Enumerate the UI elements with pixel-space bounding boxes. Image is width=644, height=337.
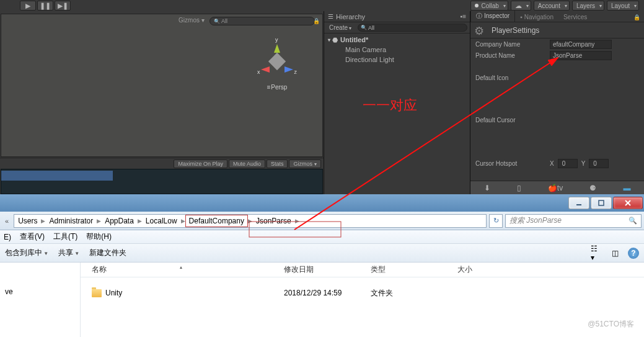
hierarchy-tab[interactable]: ☰ Hierarchy ▪≡ xyxy=(324,11,470,22)
menu-help[interactable]: 帮助(H) xyxy=(86,231,112,242)
crumb-appdata[interactable]: AppData xyxy=(101,215,138,227)
unity-editor: ▶ ❚❚ ▶❚ Collab ☁ Account Layers Layout G… xyxy=(0,0,644,194)
step-button[interactable]: ▶❚ xyxy=(55,1,71,11)
explorer-titlebar[interactable] xyxy=(0,194,644,212)
inspector-lock-icon[interactable]: 🔒 xyxy=(630,13,644,22)
scene-viewport[interactable]: Gizmos All 🔒 y x z ≡ Persp xyxy=(1,14,323,157)
col-name[interactable]: 名称▴ xyxy=(81,264,279,275)
gizmos-dropdown[interactable]: Gizmos xyxy=(179,17,205,24)
col-size[interactable]: 大小 xyxy=(452,264,514,275)
folder-icon xyxy=(92,289,102,297)
layers-dropdown[interactable]: Layers xyxy=(572,1,604,11)
hotspot-y-field[interactable]: 0 xyxy=(589,159,609,168)
company-name-row: Company Name efaultCompany xyxy=(470,38,644,50)
phone-icon[interactable]: ▯ xyxy=(517,184,521,192)
cursor-hotspot-label: Cursor Hotspot xyxy=(475,160,550,167)
cloud-button[interactable]: ☁ xyxy=(511,1,531,11)
scene-root[interactable]: ⬣Untitled* xyxy=(324,35,470,45)
file-row[interactable]: Unity 2018/12/29 14:59 文件夹 xyxy=(81,286,644,300)
tab-navigation[interactable]: ▪Navigation xyxy=(515,12,558,22)
scene-search[interactable]: All xyxy=(210,17,315,25)
crumb-locallow[interactable]: LocalLow xyxy=(142,215,181,227)
account-dropdown[interactable]: Account xyxy=(534,1,570,11)
breadcrumb[interactable]: Users▶ Administrator▶ AppData▶ LocalLow▶… xyxy=(14,214,487,228)
product-name-field[interactable]: JsonParse xyxy=(550,51,612,60)
gizmos-dropdown-game[interactable]: Gizmos xyxy=(289,160,321,168)
explorer-search[interactable]: 搜索 JsonParse xyxy=(505,214,642,228)
axis-gizmo[interactable]: y x z ≡ Persp xyxy=(255,45,299,98)
include-in-library[interactable]: 包含到库中 xyxy=(5,248,48,258)
panel-menu-icon[interactable]: ▪≡ xyxy=(461,13,466,20)
crumb-jsonparse[interactable]: JsonParse xyxy=(252,215,295,227)
mute-audio[interactable]: Mute Audio xyxy=(229,160,265,168)
inspector-title: PlayerSettings xyxy=(492,26,539,35)
close-button[interactable] xyxy=(613,197,643,209)
view-options-icon[interactable]: ☷ ▾ xyxy=(591,248,602,259)
game-view[interactable] xyxy=(1,169,323,194)
platform-bar: ⬇ ▯ 🍎tv ⚈ ▬ xyxy=(470,181,644,194)
explorer-toolbar: 包含到库中 共享 新建文件夹 ☷ ▾ ◫ ? xyxy=(0,244,644,263)
col-type[interactable]: 类型 xyxy=(366,264,452,275)
sidebar-item[interactable]: ve xyxy=(5,287,75,296)
hierarchy-search[interactable]: All xyxy=(358,24,467,32)
maximize-button[interactable] xyxy=(591,197,612,209)
sort-arrow-icon: ▴ xyxy=(180,264,182,270)
pause-button[interactable]: ❚❚ xyxy=(37,1,53,11)
company-name-field[interactable]: efaultCompany xyxy=(550,40,612,49)
maximize-on-play[interactable]: Maximize On Play xyxy=(174,160,227,168)
projection-label[interactable]: ≡ Persp xyxy=(255,84,299,91)
hierarchy-item[interactable]: Main Camera xyxy=(324,45,470,55)
file-type: 文件夹 xyxy=(366,288,452,299)
hotspot-x-field[interactable]: 0 xyxy=(558,159,578,168)
hierarchy-icon: ☰ xyxy=(328,13,333,20)
inspector-panel: ⓘInspector ▪Navigation Services 🔒 ⚙ Play… xyxy=(470,11,644,194)
explorer-sidebar: ve xyxy=(0,263,81,337)
file-area: ve 名称▴ 修改日期 类型 大小 Unity 2018/12/29 14:59… xyxy=(0,263,644,337)
file-name: Unity xyxy=(105,289,122,297)
collab-dropdown[interactable]: Collab xyxy=(470,1,508,11)
explorer-menu: E) 查看(V) 工具(T) 帮助(H) xyxy=(0,230,644,244)
android-icon[interactable]: ⚈ xyxy=(589,184,596,192)
product-name-label: Product Name xyxy=(475,52,550,59)
share-button[interactable]: 共享 xyxy=(58,248,79,258)
crumb-users[interactable]: Users xyxy=(14,215,41,227)
create-dropdown[interactable]: Create xyxy=(327,24,354,32)
preview-pane-icon[interactable]: ◫ xyxy=(609,248,620,259)
hierarchy-item[interactable]: Directional Light xyxy=(324,55,470,65)
minimize-button[interactable] xyxy=(568,197,589,209)
monitor-icon[interactable]: ▬ xyxy=(623,184,630,192)
menu-tools[interactable]: 工具(T) xyxy=(53,231,77,242)
file-list: 名称▴ 修改日期 类型 大小 Unity 2018/12/29 14:59 文件… xyxy=(81,263,644,337)
refresh-button[interactable]: ↻ xyxy=(489,214,503,228)
game-view-toolbar: Maximize On Play Mute Audio Stats Gizmos xyxy=(0,158,324,169)
new-folder-button[interactable]: 新建文件夹 xyxy=(89,248,126,258)
company-name-label: Company Name xyxy=(475,41,550,48)
address-bar-row: « Users▶ Administrator▶ AppData▶ LocalLo… xyxy=(0,212,644,230)
play-button[interactable]: ▶ xyxy=(20,1,36,11)
download-icon[interactable]: ⬇ xyxy=(484,184,490,192)
appletv-icon[interactable]: 🍎tv xyxy=(548,184,563,192)
gear-icon: ⚙ xyxy=(474,24,487,37)
default-icon-label: Default Icon xyxy=(475,74,550,81)
stats-button[interactable]: Stats xyxy=(267,160,288,168)
inspector-header: ⚙ PlayerSettings xyxy=(470,22,644,38)
cursor-hotspot-row: Cursor Hotspot X0 Y0 xyxy=(470,158,644,169)
menu-view[interactable]: 查看(V) xyxy=(20,231,45,242)
axis-z-label: z xyxy=(294,69,298,75)
product-name-row: Product Name JsonParse xyxy=(470,50,644,61)
col-date[interactable]: 修改日期 xyxy=(279,264,366,275)
scene-column: Gizmos All 🔒 y x z ≡ Persp Maximize On P… xyxy=(0,11,324,194)
crumb-defaultcompany[interactable]: DefaultCompany xyxy=(185,215,248,227)
nav-chevron-icon[interactable]: « xyxy=(2,217,11,225)
tab-services[interactable]: Services xyxy=(558,12,592,22)
lock-icon[interactable]: 🔒 xyxy=(313,18,320,24)
column-headers: 名称▴ 修改日期 类型 大小 xyxy=(81,263,644,277)
crumb-administrator[interactable]: Administrator xyxy=(45,215,97,227)
tab-inspector[interactable]: ⓘInspector xyxy=(470,10,515,22)
default-cursor-label: Default Cursor xyxy=(475,117,550,124)
file-date: 2018/12/29 14:59 xyxy=(279,289,366,297)
menu-edit[interactable]: E) xyxy=(4,233,11,241)
layout-dropdown[interactable]: Layout xyxy=(607,1,639,11)
unity-top-bar: ▶ ❚❚ ▶❚ Collab ☁ Account Layers Layout xyxy=(0,0,644,11)
help-icon[interactable]: ? xyxy=(628,248,639,259)
